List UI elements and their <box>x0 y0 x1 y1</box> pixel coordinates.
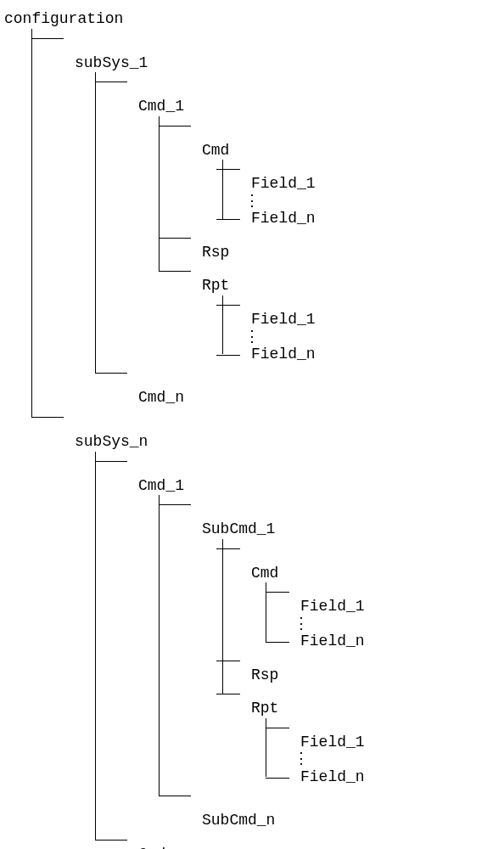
sc-cmd-label: Cmd <box>244 565 278 583</box>
vdots-icon: ⋮ <box>294 751 504 767</box>
rpt-field-1-label: Field_1 <box>244 311 316 329</box>
sc-field-1-label: Field_1 <box>294 598 365 616</box>
sc-rsp-node: Rsp <box>195 651 504 685</box>
root-label: configuration <box>4 10 123 29</box>
vdots-icon: ⋮ <box>244 329 504 346</box>
cmd-n-node: Cmd_n <box>68 363 504 408</box>
cmd-n-label: Cmd_n <box>132 389 184 408</box>
vdots-icon: ⋮ <box>244 194 504 210</box>
rpt-field-1-node: Field_1 ⋮ <box>195 295 504 346</box>
rsp-label: Rsp <box>195 244 229 262</box>
subcmd-n-node: SubCmd_n <box>132 786 504 830</box>
sc-rpt-node: Rpt Field_1 ⋮ <box>195 684 504 786</box>
sc-rsp-label: Rsp <box>244 666 278 685</box>
subcmd-1-node: SubCmd_1 Cmd <box>132 495 504 786</box>
root-children: subSys_1 Cmd_1 Cmd <box>4 29 504 849</box>
subsys-1-label: subSys_1 <box>68 54 148 73</box>
subcmd-1-label: SubCmd_1 <box>195 520 275 539</box>
rpt-children: Field_1 ⋮ Field_n <box>195 295 504 363</box>
field-1-label: Field_1 <box>244 175 316 194</box>
sc-rpt-children: Field_1 ⋮ Field_n <box>244 718 504 786</box>
field-1-node: Field_1 ⋮ <box>195 160 504 210</box>
subcmd-1-children: Cmd Field_1 ⋮ <box>195 539 504 787</box>
sc-rpt-field-n-label: Field_n <box>294 768 365 787</box>
sc-field-n-node: Field_n <box>244 633 504 651</box>
subsys-n-node: subSys_n Cmd_1 SubCm <box>4 408 504 849</box>
cmd-node: Cmd Field_1 ⋮ Field_n <box>132 116 504 228</box>
vdots-icon: ⋮ <box>294 616 504 633</box>
sc-rpt-field-1-node: Field_1 ⋮ <box>244 718 504 768</box>
tree-root: configuration subSys_1 Cmd_1 <box>4 8 504 849</box>
subsys-n-children: Cmd_1 SubCmd_1 <box>68 452 504 850</box>
subsys-n-label: subSys_n <box>68 433 148 452</box>
rpt-node: Rpt Field_1 ⋮ Field_n <box>132 261 504 363</box>
cmd-label: Cmd <box>195 142 229 160</box>
subsys-1-node: subSys_1 Cmd_1 Cmd <box>4 29 504 408</box>
sn-cmd-n-node: Cmd_n <box>68 830 504 849</box>
root-node: configuration subSys_1 Cmd_1 <box>4 10 504 849</box>
sc-cmd-children: Field_1 ⋮ Field_n <box>244 582 504 650</box>
cmd-1-node: Cmd_1 Cmd <box>68 72 504 363</box>
sn-cmd-1-children: SubCmd_1 Cmd <box>132 495 504 830</box>
cmd-1-children: Cmd Field_1 ⋮ Field_n <box>132 116 504 364</box>
cmd-1-label: Cmd_1 <box>132 98 184 116</box>
sc-field-n-label: Field_n <box>294 633 365 651</box>
field-n-label: Field_n <box>244 210 316 228</box>
rsp-node: Rsp <box>132 228 504 262</box>
sc-cmd-node: Cmd Field_1 ⋮ <box>195 539 504 651</box>
subcmd-n-label: SubCmd_n <box>195 812 275 830</box>
sn-cmd-n-label: Cmd_n <box>132 846 184 849</box>
cmd-children: Field_1 ⋮ Field_n <box>195 160 504 228</box>
sc-field-1-node: Field_1 ⋮ <box>244 582 504 633</box>
rpt-label: Rpt <box>195 277 229 295</box>
sc-rpt-field-1-label: Field_1 <box>294 734 365 752</box>
field-n-node: Field_n <box>195 210 504 228</box>
subsys-1-children: Cmd_1 Cmd <box>68 72 504 408</box>
sc-rpt-label: Rpt <box>244 700 278 718</box>
sc-rpt-field-n-node: Field_n <box>244 768 504 787</box>
sn-cmd-1-label: Cmd_1 <box>132 477 184 496</box>
rpt-field-n-node: Field_n <box>195 346 504 364</box>
sn-cmd-1-node: Cmd_1 SubCmd_1 <box>68 452 504 830</box>
rpt-field-n-label: Field_n <box>244 346 316 364</box>
